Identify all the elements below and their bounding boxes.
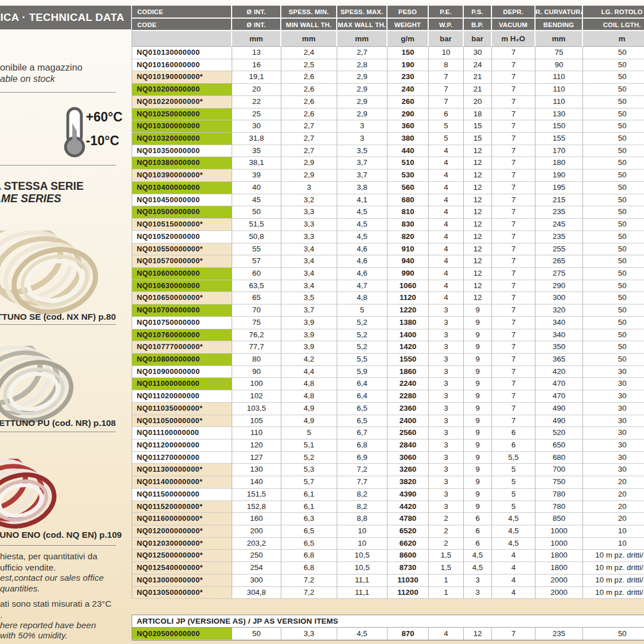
table-row: NQ012500000000*2506,810,586001,54,541800… bbox=[132, 550, 644, 562]
table-row-cell: 3,4 bbox=[281, 268, 337, 280]
table-row-cell: 140 bbox=[232, 476, 281, 489]
table-row: NQ010800000000804,25,5155039736550 bbox=[132, 354, 644, 366]
thermometer-icon bbox=[63, 106, 87, 160]
table-row-cell: 7 bbox=[492, 194, 536, 207]
table-row-cell: 12 bbox=[464, 292, 492, 304]
table-row-cell: 2,7 bbox=[281, 145, 337, 158]
table-row-cell: 235 bbox=[536, 628, 583, 640]
table-row-cell: 2000 bbox=[536, 587, 583, 599]
table-row-cell: 50 bbox=[232, 628, 281, 640]
table-row-cell: 7,2 bbox=[281, 575, 337, 587]
table-row-cell: 30 bbox=[583, 390, 644, 403]
table-row: NQ010350000000352,73,5440412717050 bbox=[132, 145, 644, 158]
table-row-cell: 50 bbox=[583, 59, 644, 72]
units-row-cell bbox=[132, 31, 232, 47]
footnote-line: ufficio vendite. bbox=[0, 563, 127, 573]
table-row: NQ010160000000162,52,819082479050 bbox=[132, 59, 644, 72]
table-row: NQ011300000000*1305,37,2326039570030 bbox=[132, 464, 644, 476]
table-row-cell: 230 bbox=[388, 71, 429, 84]
table-row-cell: 3,3 bbox=[281, 628, 337, 640]
table-row-cell: 10 m pz. dritti/ s bbox=[583, 550, 644, 562]
table-row-cell: 810 bbox=[388, 206, 429, 219]
table-row-cell: 3,8 bbox=[337, 182, 388, 194]
table-row: NQ011500000000151,56,18,2439039578020 bbox=[132, 489, 644, 501]
table-row-cell: 6,8 bbox=[337, 440, 388, 452]
table-row-cell: 8730 bbox=[388, 562, 429, 575]
table-row-cell: 3,7 bbox=[337, 157, 388, 169]
table-row-cell: 7 bbox=[429, 71, 464, 84]
table-row-cell: 4,5 bbox=[337, 219, 388, 231]
table-row-cell: 10 m pz. dritti/ s bbox=[583, 562, 644, 575]
table-row-cell: 3 bbox=[429, 452, 464, 464]
table-row-cell: 130 bbox=[536, 108, 583, 121]
table-row-cell: 3 bbox=[429, 378, 464, 390]
table-row-cell: 102 bbox=[232, 390, 281, 403]
table-row-cell: 2,7 bbox=[281, 133, 337, 145]
product-code: NQ010520000000 bbox=[132, 231, 232, 243]
table-row-cell: 4,4 bbox=[281, 366, 337, 378]
table-row-cell: 4 bbox=[429, 231, 464, 243]
table-row-cell: 25 bbox=[232, 108, 281, 121]
table-row-cell: 2,4 bbox=[281, 47, 337, 59]
table-row-cell: 4 bbox=[492, 587, 536, 599]
table-row-cell: 4420 bbox=[388, 501, 429, 514]
table-row-cell: 6,9 bbox=[337, 452, 388, 464]
table-row: NQ013050000000*304,87,211,11120013420001… bbox=[132, 587, 644, 599]
table-row-cell: 3 bbox=[429, 366, 464, 378]
table-row-cell: 7 bbox=[492, 403, 536, 415]
table-row-cell: 50 bbox=[583, 194, 644, 207]
table-row: NQ010250000000252,62,9290618713050 bbox=[132, 108, 644, 121]
table-row-cell: 9 bbox=[464, 452, 492, 464]
header-row-cell: CODICE bbox=[132, 6, 232, 19]
table-row-cell: 5 bbox=[429, 133, 464, 145]
table-row-cell: 3,4 bbox=[281, 243, 337, 256]
table-row-cell: 7 bbox=[492, 415, 536, 428]
table-row-cell: 1 bbox=[429, 587, 464, 599]
table-row-cell: 7 bbox=[492, 243, 536, 256]
table-row-cell: 45 bbox=[232, 194, 281, 207]
product-code: NQ011050000000* bbox=[132, 415, 232, 428]
product-code: NQ010760000000 bbox=[132, 329, 232, 342]
table-row-cell: 254 bbox=[232, 562, 281, 575]
table-row-cell: 650 bbox=[536, 440, 583, 452]
table-row-cell: 105 bbox=[232, 415, 281, 428]
table-row-cell: 10 bbox=[337, 538, 388, 550]
table-row-cell: 75 bbox=[232, 317, 281, 329]
hose-caption-nettuno-pu: NETTUNO PU (cod. NR) p.108 bbox=[0, 418, 116, 428]
table-row-cell: 2,9 bbox=[337, 96, 388, 108]
header-row-cell: MAX WALL TH. bbox=[337, 19, 388, 32]
table-row-cell: 7,7 bbox=[337, 476, 388, 489]
table-row-cell: 5,2 bbox=[337, 329, 388, 342]
table-row-cell: 50 bbox=[583, 280, 644, 293]
table-row-cell: 7 bbox=[492, 71, 536, 84]
table-row-cell: 5,5 bbox=[492, 452, 536, 464]
table-row: NQ01038000000038,12,93,7510412718050 bbox=[132, 157, 644, 169]
table-row-cell: 4,9 bbox=[281, 403, 337, 415]
table-row-cell: 3,3 bbox=[281, 206, 337, 219]
table-row-cell: 70 bbox=[232, 304, 281, 317]
table-row-cell: 12 bbox=[464, 219, 492, 231]
table-row-cell: 4 bbox=[429, 243, 464, 256]
table-row-cell: 12 bbox=[464, 194, 492, 207]
table-row-cell: 18 bbox=[464, 108, 492, 121]
table-row-cell: 4,6 bbox=[337, 255, 388, 268]
header-row-cell: MIN WALL TH. bbox=[281, 19, 337, 32]
table-row-cell: 24 bbox=[464, 59, 492, 72]
table-row-cell: 4,5 bbox=[492, 538, 536, 550]
units-row-cell: mm bbox=[232, 31, 281, 47]
table-row-cell: 3 bbox=[429, 317, 464, 329]
table-row-cell: 340 bbox=[536, 329, 583, 342]
jp-table-body: NQ020500000000503,34,5870412723550 bbox=[132, 628, 644, 640]
table-row-cell: 12 bbox=[464, 231, 492, 243]
footnote-line: . bbox=[0, 610, 127, 620]
table-row-cell: 2,6 bbox=[281, 84, 337, 96]
table-row-cell: 2,9 bbox=[281, 157, 337, 169]
table-row-cell: 680 bbox=[388, 194, 429, 207]
table-row-cell: 16 bbox=[232, 59, 281, 72]
table-row: NQ010300000000302,73360515715050 bbox=[132, 120, 644, 133]
table-row: NQ0104000000004033,8560412719550 bbox=[132, 182, 644, 194]
units-row-cell: mm bbox=[536, 31, 583, 47]
table-row-cell: 320 bbox=[536, 304, 583, 317]
table-row-cell: 7 bbox=[492, 47, 536, 59]
table-row-cell: 3 bbox=[464, 575, 492, 587]
